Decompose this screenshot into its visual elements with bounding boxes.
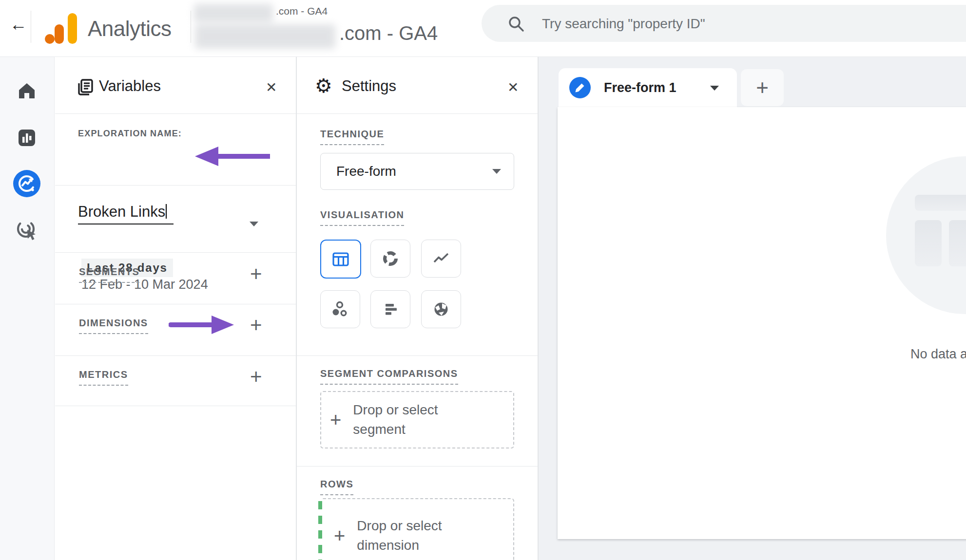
divider: [297, 466, 538, 467]
viz-donut-button[interactable]: [370, 240, 410, 278]
back-icon[interactable]: ←: [7, 13, 30, 36]
table-glyph: [915, 195, 966, 211]
nav-home-icon[interactable]: [13, 77, 40, 104]
tab-free-form-1[interactable]: Free-form 1: [559, 68, 737, 107]
search-icon: [507, 15, 525, 33]
rows-drop-text: Drop or select: [357, 518, 442, 533]
line-chart-icon: [432, 249, 450, 268]
technique-select[interactable]: Free-form: [320, 153, 514, 190]
header-divider: [191, 11, 191, 43]
exploration-name-field[interactable]: Broken Links: [78, 203, 174, 224]
header-divider: [31, 11, 31, 43]
settings-title: Settings: [342, 77, 396, 95]
divider: [55, 406, 296, 406]
account-suffix: .com - GA4: [276, 5, 328, 17]
plus-icon: +: [330, 409, 341, 431]
add-tab-button[interactable]: +: [741, 69, 784, 106]
settings-close-icon[interactable]: ✕: [507, 79, 519, 95]
divider: [55, 355, 296, 356]
report-canvas: No data a: [558, 107, 966, 539]
nav-explore-icon[interactable]: [13, 170, 40, 197]
nav-reports-icon[interactable]: [13, 124, 40, 151]
scatter-chart-icon: [331, 300, 349, 318]
variables-icon: [74, 77, 95, 97]
segment-drop-text: Drop or select: [353, 402, 438, 417]
pencil-icon: [569, 77, 591, 98]
analytics-logo-icon: [45, 34, 55, 44]
settings-panel: ⚙ Settings ✕ TECHNIQUE Free-form VISUALI…: [297, 57, 538, 560]
technique-caret-icon: [492, 169, 501, 174]
table-icon: [331, 250, 350, 268]
blurred-account-name: [194, 4, 273, 22]
analytics-logo-icon: [68, 13, 77, 44]
viz-geo-button[interactable]: [421, 290, 461, 328]
geo-map-icon: [432, 300, 450, 318]
exploration-name-value: Broken Links: [78, 203, 165, 220]
viz-bar-button[interactable]: [370, 290, 410, 328]
app-header: ← Analytics .com - GA4 .com - GA4: [0, 0, 966, 57]
metrics-label: METRICS: [79, 369, 128, 386]
variables-title: Variables: [99, 77, 161, 95]
nav-advertising-icon[interactable]: [13, 216, 40, 243]
segments-label: SEGMENTS: [79, 266, 139, 283]
divider: [55, 252, 296, 253]
dimensions-label: DIMENSIONS: [79, 317, 148, 334]
property-switcher[interactable]: .com - GA4 .com - GA4: [193, 0, 483, 54]
tab-caret-icon[interactable]: [710, 86, 719, 91]
analytics-logo-icon: [55, 24, 64, 44]
blurred-property-name: [195, 24, 335, 49]
property-suffix: .com - GA4: [339, 22, 438, 44]
table-glyph: [949, 220, 966, 266]
tab-label: Free-form 1: [604, 80, 676, 95]
table-glyph: [915, 220, 942, 266]
settings-gear-icon: ⚙: [315, 75, 332, 97]
no-data-text: No data a: [910, 347, 966, 362]
divider: [55, 304, 296, 304]
rows-dropzone[interactable]: + Drop or select dimension: [320, 498, 514, 560]
add-dimension-button[interactable]: +: [250, 315, 262, 336]
variables-panel: Variables ✕ EXPLORATION NAME: Broken Lin…: [55, 57, 296, 560]
variables-close-icon[interactable]: ✕: [266, 79, 277, 95]
rows-drop-text: dimension: [357, 538, 419, 553]
viz-table-button[interactable]: [320, 240, 361, 279]
divider: [297, 355, 538, 356]
segment-drop-text: segment: [353, 422, 405, 437]
technique-value: Free-form: [336, 164, 396, 179]
technique-label: TECHNIQUE: [320, 129, 384, 145]
ga4-explorations-app: ← Analytics .com - GA4 .com - GA4: [0, 0, 966, 560]
canvas-area: Free-form 1 + No data a: [539, 57, 966, 560]
brand-title: Analytics: [88, 17, 172, 41]
search-input[interactable]: [541, 5, 933, 43]
viz-scatter-button[interactable]: [320, 290, 360, 328]
visualisation-label: VISUALISATION: [320, 209, 404, 226]
viz-line-button[interactable]: [421, 240, 461, 278]
bar-chart-icon: [381, 300, 400, 318]
segment-comparisons-label: SEGMENT COMPARISONS: [320, 368, 458, 385]
donut-chart-icon: [381, 249, 400, 268]
plus-icon: +: [334, 525, 345, 547]
left-nav: ⚙: [0, 57, 55, 560]
no-data-illustration: [886, 156, 966, 314]
segment-dropzone[interactable]: + Drop or select segment: [320, 391, 514, 448]
divider: [297, 113, 538, 114]
drag-indicator: [318, 501, 322, 560]
divider: [55, 185, 296, 186]
divider: [55, 113, 296, 114]
exploration-name-label: EXPLORATION NAME:: [78, 129, 182, 139]
text-cursor: [166, 204, 167, 219]
rows-label: ROWS: [320, 479, 353, 495]
add-segment-button[interactable]: +: [250, 264, 262, 284]
date-dropdown-caret-icon[interactable]: [250, 222, 258, 226]
add-metric-button[interactable]: +: [250, 367, 262, 387]
